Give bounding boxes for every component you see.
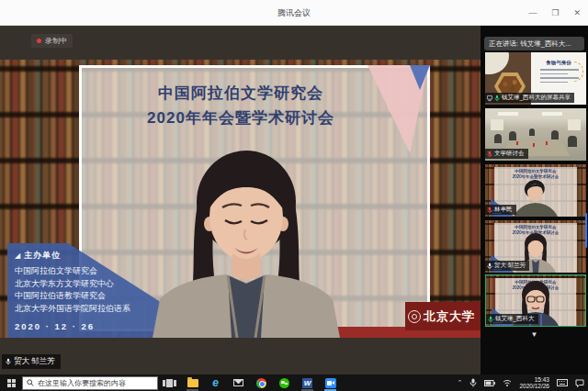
file-explorer-button[interactable] [181,374,204,391]
slide-title-line1: 中国阿拉伯文学研究会 [82,81,400,106]
search-placeholder: 在这里输入你要搜索的内容 [38,378,126,388]
event-date: 2020 · 12 · 26 [15,321,95,331]
muted-microphone-icon [487,207,492,214]
thumbnail-participant[interactable]: 中国阿拉伯文学研究会 2020年年会暨学术研讨会 [485,220,586,273]
notification-icon [575,379,584,387]
window-title: 腾讯会议 [0,7,588,19]
recording-dot-icon [37,39,41,43]
speaker-portrait [127,145,366,338]
participant-name: 钱艾琳_西科大的屏幕共享 [502,94,571,102]
thumbnail-label: 钱艾琳_西科大 [486,314,538,324]
chart-icon: ◢ [15,251,21,260]
meeting-stage: 录制中 中国阿拉伯文学研究会 2020年年会暨学术研讨会 北京大学 ◢主办单位 [0,26,588,374]
chrome-icon [256,378,266,388]
tray-battery-button[interactable] [481,374,499,391]
mail-button[interactable] [227,374,250,391]
close-button[interactable]: ✕ [573,8,581,17]
word-button[interactable]: W [296,374,319,391]
thumbnail-label: 贸大 邹兰芳 [485,261,529,271]
ie-icon: e [212,377,219,388]
university-logo-text: 北京大学 [424,308,475,325]
tray-microphone-button[interactable] [466,374,481,391]
taskbar-clock[interactable]: 15:43 2020/12/26 [515,376,553,390]
speaker-name: 贸大 邹兰芳 [14,356,55,367]
screen: 腾讯会议 — ❐ ✕ 录制中 中国阿拉伯文学研究会 2020年年会暨学术研讨会 [0,0,588,391]
participant-name: 林丰民 [494,206,513,214]
wifi-icon [503,379,512,386]
maximize-button[interactable]: ❐ [551,8,559,17]
slide-title: 中国阿拉伯文学研究会 2020年年会暨学术研讨会 [82,81,400,130]
action-center-button[interactable] [571,374,588,391]
battery-icon [484,380,495,386]
clock-date: 2020/12/26 [519,383,549,390]
organizer-item: 中国阿拉伯语教学研究会 [15,290,130,303]
thumbnail-label: 文学研讨会 [485,149,528,159]
university-logo: 北京大学 [405,302,481,330]
internet-explorer-button[interactable]: e [204,374,227,391]
start-button[interactable] [0,374,22,391]
participant-name: 贸大 邹兰芳 [494,262,526,270]
microphone-icon [6,358,11,365]
screen-share-icon [487,95,492,102]
mail-icon [233,379,243,386]
tray-expand-button[interactable]: ⌃ [454,374,467,391]
thumbnail-active-speaker[interactable]: 中国阿拉伯文学研究会 2020年年会暨学术研讨会 [485,274,586,327]
thumbnail-participant[interactable]: 中国阿拉伯文学研究会 2020年年会暨学术研讨会 [485,164,586,217]
slide-title-line2: 2020年年会暨学术研讨会 [82,106,400,130]
sidebar-scrollbar[interactable] [585,213,588,248]
taskbar-search-input[interactable]: 在这里输入你要搜索的内容 [22,376,158,390]
organizer-list: 中国阿拉伯文学研究会 北京大学东方文学研究中心 中国阿拉伯语教学研究会 北京大学… [15,265,130,315]
word-icon: W [302,378,312,388]
scroll-down-arrow[interactable]: ▼ [481,330,588,339]
organizer-item: 北京大学东方文学研究中心 [15,278,130,291]
windows-logo-icon [7,379,16,387]
microphone-icon [469,378,477,387]
thumbnail-label: 林丰民 [485,205,516,215]
tencent-meeting-button[interactable] [319,374,342,391]
active-speaker-text: 正在讲话: 钱艾琳_西科大... [489,39,571,49]
audio-on-icon [494,95,500,102]
organizer-heading: ◢主办单位 [15,250,61,262]
folder-icon [187,379,198,387]
microphone-icon [487,263,492,270]
chrome-button[interactable] [250,374,273,391]
thumbnail-label: 钱艾琳_西科大的屏幕共享 [485,93,574,103]
recording-label: 录制中 [45,36,67,46]
muted-microphone-icon [487,151,492,158]
wechat-button[interactable] [273,374,296,391]
tray-network-button[interactable] [499,374,515,391]
clock-time: 15:43 [519,376,549,384]
system-tray: ⌃ 15:43 [454,374,588,391]
wechat-icon [279,378,289,388]
search-icon [27,379,34,386]
participant-name: 钱艾琳_西科大 [495,315,535,323]
thumbnail-participant[interactable]: 文学研讨会 [485,108,586,161]
keyboard-icon [557,379,568,386]
task-view-icon [163,379,176,387]
participant-name: 文学研讨会 [494,150,525,158]
thumbnail-screen-share[interactable]: 食物与身份 钱艾琳_西科大的屏幕共享 [485,52,586,105]
recording-badge[interactable]: 录制中 [31,34,73,48]
organizer-item: 北京大学外国语学院阿拉伯语系 [15,303,130,316]
participants-sidebar: 正在讲话: 钱艾琳_西科大... 食物与身份 [481,26,588,374]
peking-university-seal-icon [408,310,421,323]
touch-keyboard-button[interactable] [553,374,571,391]
task-view-button[interactable] [158,374,181,391]
tencent-meeting-icon [325,378,336,388]
window-titlebar: 腾讯会议 — ❐ ✕ [0,0,588,26]
minimize-button[interactable]: — [528,8,537,17]
windows-taskbar: 在这里输入你要搜索的内容 e W ⌃ [0,374,588,391]
main-video-name-tag: 贸大 邹兰芳 [2,354,61,369]
speaking-microphone-icon [488,316,493,323]
main-video: 中国阿拉伯文学研究会 2020年年会暨学术研讨会 北京大学 ◢主办单位 中国阿拉… [0,60,481,338]
active-speaker-banner: 正在讲话: 钱艾琳_西科大... [484,37,584,50]
